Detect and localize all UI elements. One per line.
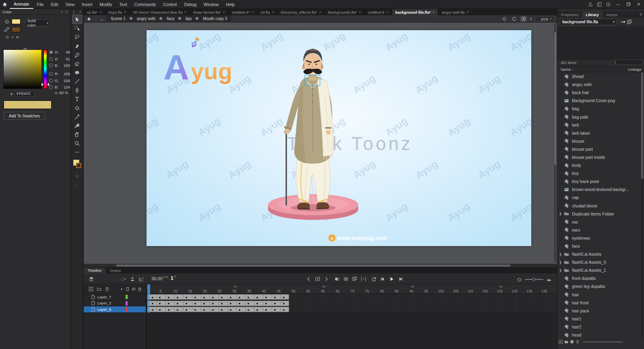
minimize-button[interactable]: — <box>613 0 623 9</box>
tab-close-icon[interactable]: × <box>99 10 101 14</box>
menu-help[interactable]: Help <box>222 0 238 9</box>
menu-edit[interactable]: Edit <box>47 0 62 9</box>
color-picker-handle[interactable] <box>23 48 27 52</box>
fluid-brush-tool[interactable] <box>72 41 82 50</box>
tab-close-icon[interactable]: × <box>466 10 469 14</box>
new-layer-icon[interactable] <box>88 286 94 292</box>
timeline-zoom-slider[interactable] <box>525 279 543 280</box>
menu-view[interactable]: View <box>62 0 78 9</box>
document-tab[interactable]: s2.fla*× <box>84 9 105 15</box>
layer-outline-color[interactable] <box>126 307 128 312</box>
layer-outline-color[interactable] <box>126 295 128 299</box>
stroke-color-swatch[interactable] <box>12 27 21 32</box>
home-icon[interactable] <box>0 0 10 9</box>
breadcrumb-item[interactable]: face <box>167 16 174 21</box>
zoom-stepper[interactable]: ▲▼ <box>530 17 532 21</box>
radio-button[interactable] <box>49 50 53 54</box>
head[interactable] <box>302 49 324 74</box>
paint-bucket-tool[interactable] <box>72 103 82 112</box>
library-item[interactable]: back hair <box>557 88 642 96</box>
center-frame-icon[interactable] <box>314 275 321 282</box>
folder-expander-icon[interactable]: ❯ <box>559 212 562 216</box>
timeline-tab-timeline[interactable]: Timeline <box>84 268 106 273</box>
line-tool[interactable] <box>72 77 82 86</box>
library-item[interactable]: blouse <box>557 137 642 145</box>
timeline-tab-output[interactable]: Output <box>106 268 125 273</box>
close-button[interactable]: ✕ <box>634 0 644 9</box>
more-tools[interactable] <box>72 148 82 156</box>
library-item[interactable]: hair1 <box>557 315 642 323</box>
rotate-stage-icon[interactable] <box>511 16 517 22</box>
library-scrollbar[interactable] <box>641 72 643 339</box>
lasso-tool[interactable] <box>72 33 82 41</box>
library-item[interactable]: blouse part inside <box>557 153 642 161</box>
radio-button[interactable] <box>49 85 53 89</box>
tab-close-icon[interactable]: × <box>252 10 254 14</box>
tab-close-icon[interactable]: × <box>272 10 274 14</box>
oval-tool[interactable] <box>72 68 82 77</box>
subselection-tool[interactable] <box>72 24 82 33</box>
character-angry-seth[interactable] <box>284 49 333 209</box>
keyframe-span[interactable] <box>147 301 289 306</box>
library-item[interactable]: eyebrows <box>557 234 642 242</box>
layer-depth-icon[interactable] <box>129 275 136 282</box>
default-colors-icon[interactable]: ◳ <box>6 35 9 39</box>
library-item[interactable]: cap <box>557 193 642 201</box>
saturation-brightness-picker[interactable] <box>3 49 42 89</box>
library-item[interactable]: ❯flash0.ai Assets_0 <box>557 258 642 266</box>
frame-row[interactable] <box>147 300 557 307</box>
new-folder-icon[interactable] <box>96 286 102 292</box>
library-item[interactable]: bag <box>557 105 642 113</box>
item-properties-icon[interactable] <box>570 340 574 344</box>
library-search-input[interactable] <box>611 60 644 65</box>
radio-button[interactable] <box>49 57 53 61</box>
library-tab-library[interactable]: Library <box>582 11 602 18</box>
toolbar-menu-icon[interactable]: ≡ <box>79 10 81 14</box>
document-tab[interactable]: Untitled-4*× <box>229 9 258 15</box>
toolbar-stroke-chip[interactable] <box>76 163 81 168</box>
layer-row-layer_2[interactable]: Layer_2 <box>84 300 146 307</box>
breadcrumb-item[interactable]: angry seth <box>137 16 156 21</box>
library-item[interactable]: belt lakan <box>557 129 642 137</box>
frames-area[interactable]: 1s2s3s4s51015202530354045505560657075808… <box>147 284 557 349</box>
folder-expander-icon[interactable]: ❯ <box>559 261 562 264</box>
loop-icon[interactable] <box>370 275 377 282</box>
modify-markers-icon[interactable] <box>360 275 367 282</box>
highlight-column-icon[interactable] <box>118 286 125 292</box>
classic-brush-tool[interactable] <box>72 50 82 59</box>
tab-close-icon[interactable]: × <box>223 10 225 14</box>
canvas-horizontal-scrollbar[interactable] <box>84 264 557 267</box>
keyframe-span[interactable] <box>147 294 289 300</box>
panel-menu-icon[interactable]: ▪ ≡ <box>61 10 68 14</box>
layer-row-layer_6[interactable]: Layer_6 <box>84 306 146 313</box>
library-item[interactable]: hair pack <box>557 307 642 315</box>
radio-button[interactable] <box>49 64 53 67</box>
menu-text[interactable]: Text <box>116 0 130 9</box>
library-tab-assets[interactable]: Assets <box>603 11 621 18</box>
library-item[interactable]: brown-wood-textured-backgr... <box>557 185 642 193</box>
library-horizontal-scrollbar[interactable] <box>583 341 623 343</box>
hide-all-layers-icon[interactable] <box>130 286 137 292</box>
new-symbol-icon[interactable] <box>559 340 563 344</box>
no-color-icon[interactable]: ⊘ <box>11 35 14 39</box>
folder-expander-icon[interactable]: ❯ <box>559 269 562 272</box>
menu-commands[interactable]: Commands <box>131 0 160 9</box>
eyedropper-tool[interactable] <box>72 112 82 121</box>
edit-scene-icon[interactable]: ♣ <box>84 16 94 22</box>
library-tab-properties[interactable]: Properties <box>557 11 582 18</box>
library-item[interactable]: ❯flash0.ai Assets <box>557 250 642 258</box>
keyframe-span[interactable] <box>147 307 289 312</box>
alpha-value[interactable]: A: 80 % <box>55 90 68 95</box>
zoom-level-dropdown[interactable]: 41%▾ <box>535 16 554 22</box>
hue-slider[interactable] <box>43 49 47 89</box>
back-arrow-icon[interactable]: ← <box>98 16 107 21</box>
library-item[interactable]: boy back pose <box>557 177 642 185</box>
panel-menu-icon[interactable]: ≡ <box>640 12 642 16</box>
add-to-swatches-button[interactable]: Add To Swatches <box>4 112 45 120</box>
tab-close-icon[interactable]: × <box>433 10 435 14</box>
document-tab[interactable]: kisan farmer.fla*× <box>190 9 229 15</box>
pen-tool[interactable] <box>72 86 82 94</box>
onion-skin-outlines-icon[interactable] <box>342 275 349 282</box>
swap-colors-icon[interactable]: ⇄ <box>16 35 19 39</box>
onion-skin-icon[interactable] <box>333 275 340 282</box>
